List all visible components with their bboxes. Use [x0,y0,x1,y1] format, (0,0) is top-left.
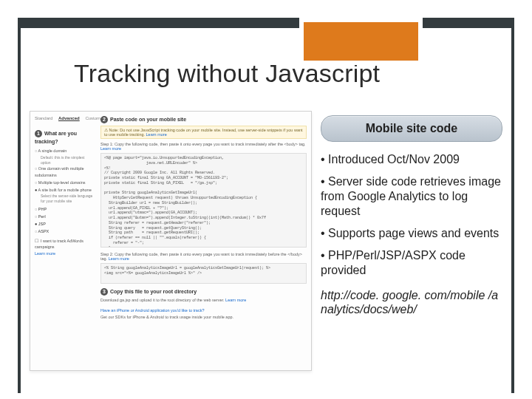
ga-setup-screenshot: Standard Advanced Custom 1What are you t… [30,111,312,371]
adwords-learn-link: Learn more [35,251,55,256]
right-column: Mobile site code • Introduced Oct/Nov 20… [321,111,502,384]
opt-mobile-sub: Select the server-side language for your… [35,194,94,203]
step3-desc: Download ga.jsp and upload it to the roo… [100,298,307,302]
step3-num: 3 [100,288,108,296]
opt-perl: Perl [35,214,94,220]
opt-subdomains: One domain with multiple subdomains [35,166,94,179]
step1-num: 1 [35,130,42,137]
accent-block [299,18,423,65]
desc2-learn-link: Learn more [109,256,129,261]
code-block-1: <%@ page import="java.io.UnsupportedEnco… [100,153,307,248]
ga-tabs: Standard Advanced Custom [35,116,105,120]
adwords-checkbox: ☐I want to track AdWords campaigns Learn… [35,238,94,257]
tab-advanced: Advanced [58,116,80,120]
step2-desc1-text: Step 1: Copy the following code, then pa… [100,142,306,146]
code-block-2: <% String googleAnalyticsImageUrl = goog… [100,263,307,284]
adwords-label: I want to track AdWords campaigns [35,239,83,250]
step2-desc1: Step 1: Copy the following code, then pa… [100,142,307,151]
step2-num: 2 [100,116,108,123]
bullet-4: • PHP/Perl/JSP/ASPX code provided [321,248,502,278]
step2-desc2-text: Step 2: Copy the following code, then pa… [100,252,302,261]
opt-mobile: A site built for a mobile phone [35,187,94,194]
step3-label: Copy this file to your root directory [110,289,197,294]
step3-learn-link: Learn more [225,298,246,302]
step2-head: 2Paste code on your mobile site [100,116,307,123]
opt-jsp: JSP [35,221,94,228]
step3-head: 3Copy this file to your root directory [100,288,307,296]
step3-footer2: Get our SDKs for iPhone & Android to tra… [100,315,307,319]
step1-head: 1What are you tracking? [35,129,94,146]
tab-custom: Custom [85,116,100,120]
opt-single-domain: A single domain [35,148,94,154]
bullet-1: • Introduced Oct/Nov 2009 [321,152,502,167]
checkbox-icon: ☐ [35,239,38,243]
opt-single-domain-sub: Default: this is the simplest option [35,155,94,165]
content-area: Standard Advanced Custom 1What are you t… [30,111,502,384]
tab-standard: Standard [35,116,52,120]
ga-main-col: 2Paste code on your mobile site ⚠ Note: … [100,116,307,321]
server-lang-opts: PHP Perl JSP ASPX [35,206,94,234]
desc1-learn-link: Learn more [100,146,121,151]
opt-php: PHP [35,206,94,213]
bullet-3: • Supports page views and events [321,226,502,241]
opt-aspx: ASPX [35,228,94,235]
opt-tld: Multiple top-level domains [35,180,94,186]
step2-desc2: Step 2: Copy the following code, then pa… [100,252,307,261]
step2-label: Paste code on your mobile site [110,117,186,122]
bullet-2: • Server side code retrieves image from … [321,174,502,219]
ga-left-col: 1What are you tracking? A single domain … [35,129,94,257]
step3-desc-text: Download ga.jsp and upload it to the roo… [100,298,225,302]
step2-note-text: Note: Do not use JavaScript tracking cod… [104,128,303,137]
url-line: http://code. google. com/mobile /analyti… [321,288,502,316]
step2-note: ⚠ Note: Do not use JavaScript tracking c… [100,126,307,139]
callout-box: Mobile site code [321,115,502,142]
step3-footer: Have an iPhone or Android application yo… [100,308,307,313]
note-learn-link: Learn more [146,132,167,137]
